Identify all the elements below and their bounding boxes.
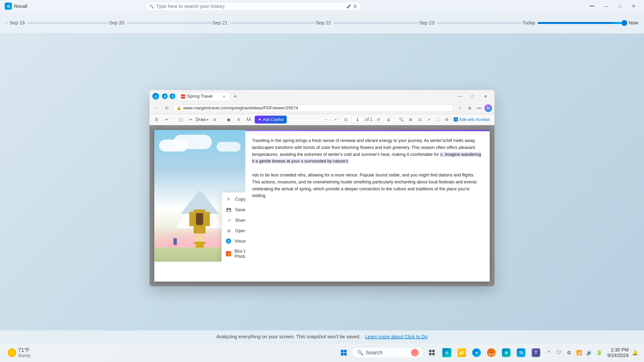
print-btn[interactable]: 🖨 [384, 116, 392, 124]
pdf-search-btn[interactable]: 🔍 [397, 116, 406, 124]
search-icon: 🔍 [149, 4, 154, 8]
minimize-button[interactable]: — [600, 2, 612, 10]
ctx-blur-photos[interactable]: ✦ Blur background with Photos [222, 246, 245, 261]
timeline-label-today: Today [522, 20, 535, 26]
weather-widget[interactable]: 71°F Sunny [5, 346, 33, 359]
rotate-btn[interactable]: ↺ [374, 116, 382, 124]
refresh-button[interactable]: ↻ [162, 104, 171, 112]
taskbar-edge-browser[interactable]: e [440, 346, 454, 359]
profile-icon[interactable]: M [484, 104, 492, 112]
task-view-button[interactable] [425, 346, 439, 359]
learn-more-link[interactable]: Learn more about Click to Do [365, 334, 428, 340]
timeline-bar-sep23 [437, 22, 522, 24]
new-tab-button[interactable]: + [231, 92, 240, 100]
pdf-annotate-tool[interactable]: ✏ [162, 116, 170, 124]
tab-close-button[interactable]: ✕ [222, 94, 226, 99]
zoom-out-btn[interactable]: − [322, 116, 330, 124]
pdf-content: ⎘ Copy Ctrl+C 💾 Save as Ctrl+S ↗ Share [150, 125, 494, 286]
ctx-erase-photos[interactable]: ✦ Erase objects with Photos [222, 261, 245, 262]
timeline-now-label: Now [629, 20, 638, 26]
pdf-present-btn[interactable]: ⊞ [406, 116, 414, 124]
win-maximize-btn[interactable]: □ [466, 92, 479, 100]
taskbar-firefox[interactable]: 🦊 [485, 346, 498, 359]
browser-tab-spring-travel[interactable]: PDF Spring Travel ✕ [177, 92, 230, 100]
timeline-sep22[interactable]: Sep 22 [316, 20, 419, 26]
share-icon: ↗ [226, 217, 232, 223]
app-title: Recall [14, 3, 27, 9]
timeline-bar-sep19 [27, 22, 109, 24]
fit-page-btn[interactable]: ⊡ [342, 116, 350, 124]
address-bar[interactable]: 🔒 www.margiestravel.com/springtravelidea… [173, 104, 454, 112]
pdf-settings-btn[interactable]: ⚙ [443, 116, 451, 124]
pdf-erase-tool[interactable]: ⬜ [176, 116, 185, 124]
ctx-save-as[interactable]: 💾 Save as Ctrl+S [222, 204, 245, 215]
maximize-button[interactable]: □ [614, 2, 625, 10]
taskbar-store[interactable]: 🛍 [514, 346, 528, 359]
taskbar-recall[interactable]: ● [470, 346, 483, 359]
ask-copilot-button[interactable]: ✦ Ask Copilot [255, 116, 287, 123]
person-head [195, 233, 204, 243]
ctx-bing-search[interactable]: B Visual search with Bing [222, 236, 245, 246]
page-number-input[interactable] [352, 116, 363, 123]
ctx-share[interactable]: ↗ Share [222, 215, 245, 226]
notification-text: Analyzing everything on your screen. Thi… [216, 334, 360, 340]
more-options-button[interactable]: ••• [586, 2, 598, 10]
timeline-sep21[interactable]: Sep 21 [212, 20, 316, 26]
ctx-open-with[interactable]: ⊞ Open with › [222, 226, 245, 236]
pdf-fullscreen-btn[interactable]: ⛶ [434, 116, 442, 124]
windows-start-button[interactable] [337, 346, 350, 359]
tab-label: Spring Travel [187, 94, 212, 99]
history-search-bar[interactable]: 🔍 🎤 ⟨⟩ [145, 2, 360, 11]
pdf-panel-toggle[interactable]: ☰ [152, 116, 160, 124]
store-icon: 🛍 [517, 348, 526, 357]
pdf-eraser-tool[interactable]: ⊘ [210, 116, 218, 124]
timeline-today[interactable]: Today [522, 20, 626, 26]
favorites-icon[interactable]: ☆ [456, 104, 464, 112]
network-icon[interactable]: 📶 [575, 348, 584, 357]
taskbar-search[interactable]: 🔍 Search [352, 347, 424, 358]
pdf-share-btn[interactable]: ↗ [424, 116, 433, 124]
collections-icon[interactable]: ⊕ [465, 104, 474, 112]
microphone-icon[interactable]: 🎤 [346, 4, 351, 8]
security-tray-icon[interactable]: 🛡 [555, 348, 563, 357]
pdf-image-side[interactable]: ⎘ Copy Ctrl+C 💾 Save as Ctrl+S ↗ Share [154, 130, 245, 262]
svg-rect-4 [344, 353, 347, 356]
zoom-in-btn[interactable]: + [332, 116, 340, 124]
pdf-read-aloud[interactable]: ÂÂ [244, 116, 253, 124]
timeline-sep19[interactable]: ‹ Sep 19 [6, 20, 109, 26]
win-minimize-btn[interactable]: — [453, 92, 466, 100]
win-close-btn[interactable]: ✕ [479, 92, 492, 100]
close-button[interactable]: ✕ [628, 2, 639, 10]
pdf-text-tool[interactable]: A [234, 116, 243, 124]
pdf-toolbar: ☰ ✏ ⬜ ✏ Draw ▾ ⊘ ▣ A ÂÂ ✦ Ask Copilot − … [150, 114, 494, 125]
clock-display[interactable]: 2:30 PM 9/24/2024 [607, 347, 629, 358]
taskbar-edge-2[interactable]: e [500, 346, 513, 359]
edge-icon: e [442, 348, 452, 357]
history-search-input[interactable] [156, 3, 344, 9]
timeline-label-sep22: Sep 22 [316, 20, 331, 26]
battery-charging-icon[interactable]: 🔋 [595, 348, 604, 357]
taskbar-teams[interactable]: T [529, 346, 543, 359]
svg-rect-3 [341, 353, 344, 356]
ctx-share-label: Share [235, 218, 245, 223]
chevron-tray-icon[interactable]: ^ [544, 348, 553, 357]
pdf-full-page[interactable]: ▣ [224, 116, 233, 124]
ctx-copy[interactable]: ⎘ Copy Ctrl+C [222, 194, 245, 204]
edit-acrobat-button[interactable]: 🅰 Edit with Acrobat [452, 117, 492, 122]
pdf-paragraph-2: nds to be less crowded nths, allowing fo… [252, 172, 483, 199]
timeline-sep23[interactable]: Sep 23 [419, 20, 522, 26]
settings-tray-icon[interactable]: ⚙ [565, 348, 573, 357]
taskbar-file-explorer[interactable]: 📁 [455, 346, 468, 359]
notifications-icon[interactable]: 🔔 [630, 348, 639, 357]
volume-icon[interactable]: 🔊 [585, 348, 594, 357]
sun-icon [8, 348, 16, 357]
timeline-sep20[interactable]: Sep 20 [109, 20, 212, 26]
ctx-blur-label: Blur background with Photos [234, 249, 245, 259]
pdf-draw-button[interactable]: ✏ [187, 116, 195, 124]
pdf-extract-btn[interactable]: ⊡ [416, 116, 424, 124]
pdf-page: ⎘ Copy Ctrl+C 💾 Save as Ctrl+S ↗ Share [154, 130, 490, 282]
more-nav-icon[interactable]: ••• [475, 104, 484, 112]
code-icon[interactable]: ⟨⟩ [354, 4, 356, 8]
back-button[interactable]: ← [152, 104, 160, 112]
draw-dropdown[interactable]: ▾ [207, 118, 208, 122]
